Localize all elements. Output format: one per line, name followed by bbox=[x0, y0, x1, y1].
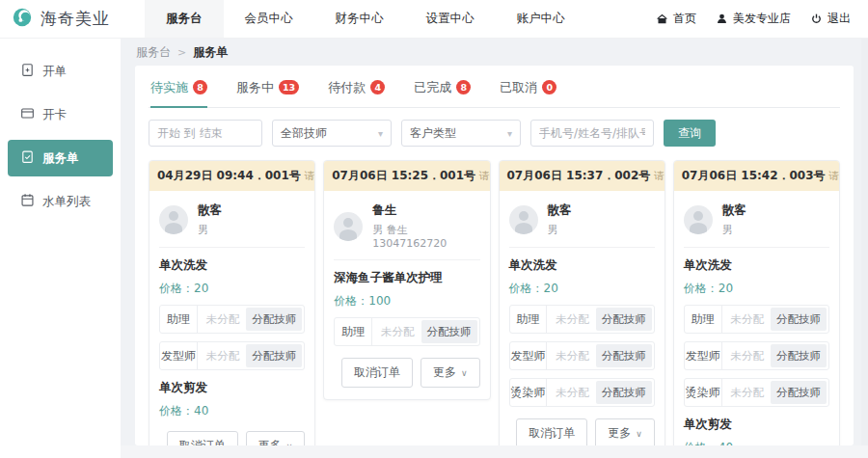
staff-row: 烫染师未分配分配技师 bbox=[509, 378, 655, 407]
content-area: 服务台 > 服务单 待实施8服务中13待付款4已完成8已取消0 全部技师 ▾ 客… bbox=[121, 39, 868, 458]
customer-sub: 男 bbox=[548, 223, 572, 237]
order-card-body: 散客男单次洗发价格：20助理未分配分配技师发型师未分配分配技师烫染师未分配分配技… bbox=[500, 191, 665, 445]
sidebar-item-label: 开单 bbox=[42, 64, 67, 80]
status-badge: 请等待 bbox=[479, 170, 489, 183]
tab-已完成[interactable]: 已完成8 bbox=[414, 79, 471, 108]
cancel-order-button[interactable]: 取消订单 bbox=[341, 358, 413, 388]
technician-select[interactable]: 全部技师 ▾ bbox=[272, 120, 392, 147]
staff-assign-area: 未分配分配技师 bbox=[547, 342, 654, 369]
breadcrumb-separator: > bbox=[177, 46, 186, 59]
more-button-label: 更多 bbox=[608, 425, 631, 442]
sidebar-item-水单列表[interactable]: 水单列表 bbox=[8, 183, 113, 220]
service-name: 单次洗发 bbox=[684, 257, 829, 274]
tab-已取消[interactable]: 已取消0 bbox=[500, 79, 556, 108]
assign-technician-button[interactable]: 分配技师 bbox=[771, 344, 827, 367]
technician-select-value: 全部技师 bbox=[281, 125, 327, 142]
home-label: 首页 bbox=[673, 11, 696, 27]
topnav-item[interactable]: 财务中心 bbox=[314, 0, 405, 38]
sidebar-item-label: 服务单 bbox=[42, 150, 79, 167]
breadcrumb-root[interactable]: 服务台 bbox=[136, 44, 171, 61]
order-card-header: 04月29日 09:44．001号请等待 bbox=[149, 161, 314, 191]
staff-role-label: 烫染师 bbox=[510, 379, 548, 406]
tab-count-badge: 0 bbox=[542, 80, 556, 94]
topnav-item[interactable]: 服务台 bbox=[145, 0, 224, 38]
cancel-order-button[interactable]: 取消订单 bbox=[167, 431, 238, 445]
assign-technician-button[interactable]: 分配技师 bbox=[596, 381, 652, 404]
tab-label: 待付款 bbox=[328, 79, 366, 96]
order-card-title: 07月06日 15:42．003号 bbox=[682, 168, 826, 184]
service-price: 价格：20 bbox=[159, 281, 305, 297]
more-button-label: 更多 bbox=[433, 364, 456, 381]
customer-row: 鲁生男 鲁生 13047162720 bbox=[334, 201, 479, 260]
date-range-input[interactable] bbox=[149, 120, 262, 147]
assign-technician-button[interactable]: 分配技师 bbox=[771, 308, 827, 331]
staff-role-label: 发型师 bbox=[685, 342, 722, 369]
order-card-grid: 04月29日 09:44．001号请等待散客男单次洗发价格：20助理未分配分配技… bbox=[149, 160, 840, 445]
chevron-down-icon: ∨ bbox=[636, 429, 642, 439]
order-card-footer: 取消订单更多∨ bbox=[509, 418, 655, 445]
sidebar-item-服务单[interactable]: 服务单 bbox=[8, 140, 113, 176]
store-account[interactable]: 美发专业店 bbox=[716, 11, 791, 27]
unassigned-label: 未分配 bbox=[731, 349, 765, 364]
service-name: 深海鱼子酱单次护理 bbox=[334, 270, 479, 286]
customer-type-select[interactable]: 客户类型 ▾ bbox=[401, 120, 521, 147]
assign-technician-button[interactable]: 分配技师 bbox=[246, 308, 302, 331]
query-button[interactable]: 查询 bbox=[664, 120, 716, 147]
tab-label: 已取消 bbox=[500, 79, 537, 96]
cancel-order-button[interactable]: 取消订单 bbox=[516, 418, 587, 445]
more-button[interactable]: 更多∨ bbox=[246, 431, 306, 445]
sidebar: 开单开卡服务单水单列表 bbox=[0, 39, 121, 458]
staff-assign-area: 未分配分配技师 bbox=[198, 342, 305, 369]
customer-info: 鲁生男 鲁生 13047162720 bbox=[372, 202, 479, 250]
customer-info: 散客男 bbox=[548, 202, 572, 237]
assign-technician-button[interactable]: 分配技师 bbox=[421, 320, 477, 343]
tab-待实施[interactable]: 待实施8 bbox=[150, 79, 207, 108]
service-price: 价格：20 bbox=[684, 281, 829, 297]
assign-technician-button[interactable]: 分配技师 bbox=[771, 381, 827, 404]
tab-待付款[interactable]: 待付款4 bbox=[328, 79, 385, 108]
customer-type-select-value: 客户类型 bbox=[410, 125, 456, 142]
tab-服务中[interactable]: 服务中13 bbox=[236, 79, 299, 108]
staff-assign-area: 未分配分配技师 bbox=[722, 342, 829, 369]
unassigned-label: 未分配 bbox=[206, 349, 240, 364]
customer-info: 散客男 bbox=[198, 202, 222, 237]
more-button[interactable]: 更多∨ bbox=[595, 418, 655, 445]
unassigned-label: 未分配 bbox=[731, 386, 765, 400]
sidebar-item-label: 开卡 bbox=[42, 107, 67, 123]
assign-technician-button[interactable]: 分配技师 bbox=[596, 344, 652, 367]
staff-assign-area: 未分配分配技师 bbox=[722, 379, 829, 406]
tab-label: 服务中 bbox=[236, 79, 274, 96]
topnav-item[interactable]: 账户中心 bbox=[496, 0, 586, 38]
tab-count-badge: 4 bbox=[370, 80, 385, 94]
sidebar-item-开卡[interactable]: 开卡 bbox=[8, 96, 113, 133]
search-input[interactable] bbox=[530, 120, 654, 147]
topnav-item[interactable]: 设置中心 bbox=[405, 0, 496, 38]
customer-name: 散客 bbox=[548, 202, 572, 219]
order-card-title: 07月06日 15:25．001号 bbox=[332, 168, 475, 184]
assign-technician-button[interactable]: 分配技师 bbox=[596, 308, 652, 331]
tab-count-badge: 13 bbox=[279, 80, 299, 94]
status-badge: 请等待 bbox=[829, 170, 839, 183]
service-price: 价格：100 bbox=[334, 293, 479, 310]
sidebar-item-开单[interactable]: 开单 bbox=[8, 53, 113, 90]
home-link[interactable]: 首页 bbox=[656, 11, 696, 27]
topnav-item[interactable]: 会员中心 bbox=[224, 0, 314, 38]
tab-label: 待实施 bbox=[150, 79, 188, 96]
chevron-down-icon: ∨ bbox=[461, 368, 468, 378]
logout-button[interactable]: 退出 bbox=[810, 11, 851, 27]
staff-role-label: 助理 bbox=[510, 306, 548, 333]
customer-info: 散客男 bbox=[722, 202, 746, 237]
assign-technician-button[interactable]: 分配技师 bbox=[246, 344, 302, 367]
staff-row: 烫染师未分配分配技师 bbox=[684, 378, 829, 407]
order-card-header: 07月06日 15:37．002号请等待 bbox=[500, 161, 665, 191]
app-title: 海奇美业 bbox=[41, 8, 110, 30]
customer-row: 散客男 bbox=[684, 201, 829, 248]
staff-assign-area: 未分配分配技师 bbox=[722, 306, 829, 333]
service-price: 价格：20 bbox=[509, 281, 655, 297]
doc-plus-icon bbox=[20, 63, 35, 80]
scrollbar-track[interactable] bbox=[861, 39, 868, 458]
order-card-body: 散客男单次洗发价格：20助理未分配分配技师发型师未分配分配技师烫染师未分配分配技… bbox=[674, 191, 839, 445]
unassigned-label: 未分配 bbox=[381, 325, 415, 339]
filter-bar: 全部技师 ▾ 客户类型 ▾ 查询 bbox=[149, 120, 840, 147]
more-button[interactable]: 更多∨ bbox=[420, 358, 480, 388]
